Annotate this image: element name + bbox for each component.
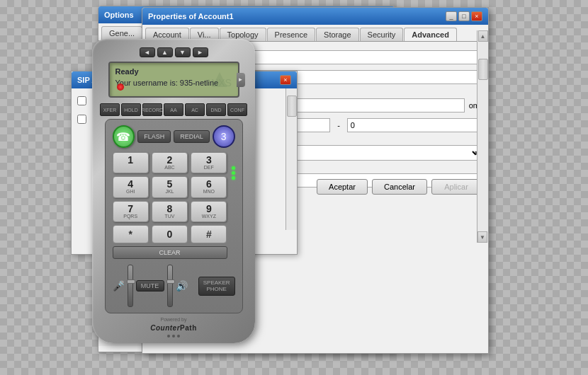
volume-slider-left[interactable]	[128, 265, 133, 307]
phone-screen: Ready Your username is: 935-netline ► NX…	[108, 62, 239, 98]
volume-handle-left	[127, 279, 135, 284]
properties-title: Properties of Account1	[148, 12, 234, 21]
key-5[interactable]: 5 JKL	[152, 176, 188, 197]
bottom-keys: * 0 #	[113, 225, 227, 243]
zero-button[interactable]: 0	[152, 225, 188, 243]
volume-area: 🎤 MUTE 🔊	[113, 265, 188, 307]
key-8[interactable]: 8 TUV	[152, 201, 188, 222]
star-button[interactable]: *	[113, 225, 149, 243]
xfer-button[interactable]: XFER	[100, 103, 120, 116]
blue-icon: 3	[221, 131, 227, 142]
tab-storage[interactable]: Storage	[316, 28, 359, 41]
blue-button[interactable]: 3	[213, 125, 235, 148]
account-input[interactable]	[225, 50, 480, 64]
scrollbar[interactable]: ▲ ▼	[477, 30, 488, 243]
tab-security[interactable]: Security	[360, 28, 404, 41]
key-1[interactable]: 1	[113, 152, 149, 173]
key-9[interactable]: 9 WXYZ	[191, 201, 227, 222]
led-2	[232, 171, 235, 175]
nav-up-button[interactable]: ▲	[157, 47, 173, 57]
dnd-button[interactable]: DND	[206, 103, 226, 116]
aplicar-button[interactable]: Aplicar	[431, 179, 481, 195]
scroll-up-button[interactable]: ▲	[478, 30, 488, 42]
key-4[interactable]: 4 GHI	[113, 176, 149, 197]
volume-slider-right[interactable]	[167, 265, 173, 307]
nav-down-button[interactable]: ▼	[175, 47, 191, 57]
sip-checkbox-1[interactable]	[77, 96, 86, 105]
props-close-button[interactable]: ×	[471, 11, 482, 21]
hash-button[interactable]: #	[191, 225, 227, 243]
aceptar-button[interactable]: Aceptar	[317, 179, 368, 195]
properties-titlebar-buttons: _ □ ×	[446, 11, 482, 21]
props-minimize-button[interactable]: _	[446, 11, 457, 21]
key-2[interactable]: 2 ABC	[152, 152, 188, 173]
keypad-with-leds: 1 2 ABC 3 DEF 4 GHI	[113, 152, 235, 262]
sip-checkbox-2[interactable]	[77, 115, 86, 124]
tab-advanced-props[interactable]: Advanced	[404, 28, 457, 41]
tab-presence[interactable]: Presence	[267, 28, 315, 41]
volume-handle-right	[166, 279, 175, 284]
bottom-controls: 🎤 MUTE 🔊 SPEAKER PHONE	[113, 265, 235, 307]
props-maximize-button[interactable]: □	[458, 11, 470, 21]
led-3	[232, 176, 235, 180]
ac-button[interactable]: AC	[185, 103, 205, 116]
mute-button[interactable]: MUTE	[136, 280, 164, 292]
counterpath-text: CounterPath	[150, 323, 197, 333]
quality-input2[interactable]	[347, 118, 480, 132]
cancelar-button[interactable]: Cancelar	[372, 179, 427, 195]
flash-button[interactable]: FLASH	[137, 130, 171, 143]
mic-icon: 🎤	[113, 280, 125, 292]
conf-button[interactable]: CONF	[227, 103, 247, 116]
svg-text:NXS: NXS	[211, 77, 232, 88]
keypad-grid-area: 1 2 ABC 3 DEF 4 GHI	[113, 152, 227, 262]
dot-1	[167, 335, 170, 338]
brand-dots	[150, 335, 197, 338]
sip-scroll-thumb[interactable]	[287, 96, 297, 117]
tab-general[interactable]: Gene...	[101, 26, 142, 40]
dot-2	[172, 335, 175, 338]
speaker-icon: 🔊	[176, 280, 188, 292]
hold-button[interactable]: HOLD	[121, 103, 141, 116]
dot-3	[177, 335, 180, 338]
phone-red-light	[117, 83, 124, 91]
screen-arrow-right[interactable]: ►	[237, 73, 245, 87]
clear-button[interactable]: CLEAR	[113, 246, 227, 259]
speaker-phone-button[interactable]: SPEAKER PHONE	[198, 277, 235, 296]
func-buttons: XFER HOLD RECORD AA AC DND CONF	[100, 103, 247, 116]
key-7[interactable]: 7 PQRS	[113, 201, 149, 222]
bottom-buttons: Aceptar Cancelar Aplicar	[317, 179, 481, 195]
key-6[interactable]: 6 MNO	[191, 176, 227, 197]
sip-close-button[interactable]: ×	[280, 75, 291, 85]
phone-nav-buttons: ◄ ▲ ▼ ►	[140, 47, 208, 57]
phone-brand: Powered by CounterPath	[150, 316, 197, 338]
keypad-area: ☎ FLASH REDIAL 3 1 2 ABC	[105, 119, 243, 313]
green-leds	[232, 152, 235, 262]
key-3[interactable]: 3 DEF	[191, 152, 227, 173]
record-button[interactable]: RECORD	[142, 103, 162, 116]
sip-titlebar-btns: ×	[280, 75, 291, 85]
nav-right-button[interactable]: ►	[193, 47, 208, 57]
powered-by-text: Powered by	[150, 316, 197, 323]
nav-left-button[interactable]: ◄	[140, 47, 155, 57]
scroll-down-button[interactable]: ▼	[477, 231, 487, 243]
dash-separator: -	[337, 121, 340, 129]
keypad-grid: 1 2 ABC 3 DEF 4 GHI	[113, 152, 227, 222]
aa-button[interactable]: AA	[164, 103, 183, 116]
scroll-thumb[interactable]	[478, 59, 488, 80]
redial-button[interactable]: REDIAL	[174, 130, 210, 143]
phone-widget: ◄ ▲ ▼ ► Ready Your username is: 935-netl…	[92, 39, 255, 343]
flash-redial-row: ☎ FLASH REDIAL 3	[113, 125, 235, 148]
screen-logo: NXS	[205, 67, 234, 92]
options-title: Options	[104, 11, 134, 19]
call-icon: ☎	[116, 130, 130, 144]
led-1	[232, 166, 235, 170]
sip-scrollbar[interactable]	[285, 88, 297, 230]
call-button[interactable]: ☎	[113, 125, 135, 148]
properties-titlebar: Properties of Account1 _ □ ×	[142, 8, 488, 25]
